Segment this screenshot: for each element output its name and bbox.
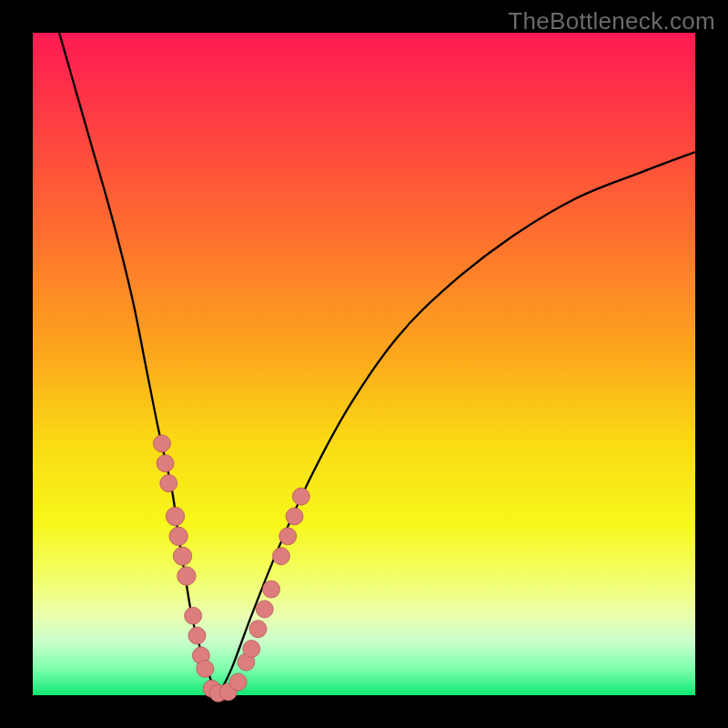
bead-marker: [256, 601, 273, 618]
curve-left: [59, 33, 218, 695]
bead-marker: [188, 627, 206, 644]
bead-marker: [197, 660, 214, 677]
curve-group: [59, 33, 695, 695]
curve-right: [218, 152, 695, 695]
bead-marker: [229, 673, 247, 691]
bead-marker: [286, 508, 303, 525]
bead-marker: [243, 641, 260, 658]
bead-marker: [273, 548, 290, 565]
bead-marker: [166, 507, 184, 525]
bead-marker: [177, 567, 196, 585]
bead-marker: [169, 527, 187, 545]
bead-marker: [292, 488, 309, 505]
bead-marker: [249, 621, 267, 638]
bead-marker: [157, 455, 174, 472]
bead-marker: [185, 607, 202, 624]
bead-marker: [279, 528, 297, 545]
bead-marker: [160, 475, 177, 492]
bead-marker: [263, 581, 280, 598]
plot-area: [33, 33, 695, 695]
chart-svg: [33, 33, 695, 695]
bead-marker: [173, 547, 191, 565]
chart-frame: TheBottleneck.com: [0, 0, 728, 728]
watermark-text: TheBottleneck.com: [508, 7, 715, 35]
marker-group: [153, 435, 309, 702]
bead-marker: [153, 435, 170, 452]
